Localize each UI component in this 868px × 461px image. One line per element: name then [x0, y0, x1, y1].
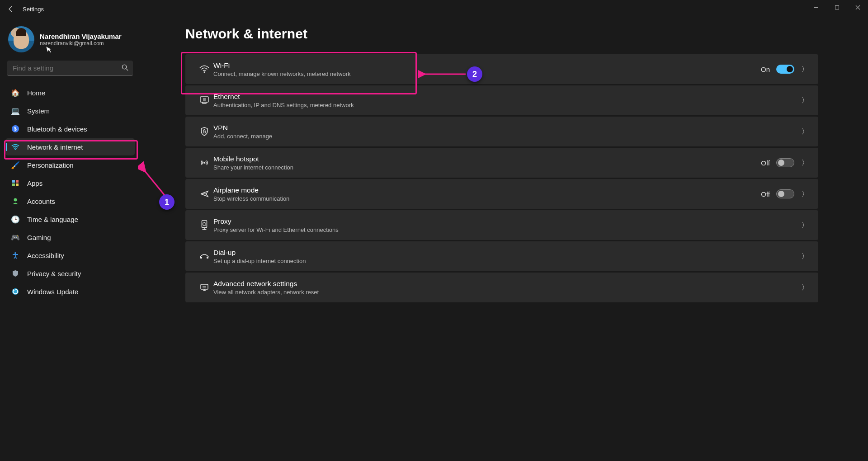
- nav-label: Home: [27, 89, 45, 97]
- svg-rect-8: [12, 183, 15, 186]
- row-ethernet[interactable]: EthernetAuthentication, IP and DNS setti…: [185, 85, 818, 115]
- chevron-right-icon: 〉: [802, 283, 808, 292]
- nav-label: Gaming: [27, 234, 51, 241]
- row-subtitle: Connect, manage known networks, metered …: [213, 71, 761, 77]
- wifi-toggle[interactable]: [776, 65, 794, 74]
- nav-label: Personalization: [27, 161, 74, 169]
- windows-update-icon: [11, 287, 20, 296]
- window-title: Settings: [23, 6, 44, 13]
- nav-time[interactable]: 🕒Time & language: [5, 211, 135, 228]
- chevron-right-icon: 〉: [802, 252, 808, 261]
- nav-label: System: [27, 107, 50, 115]
- nav-network[interactable]: Network & internet: [5, 138, 135, 155]
- nav-bluetooth[interactable]: Bluetooth & devices: [5, 120, 135, 137]
- dialup-icon: [195, 253, 213, 260]
- row-title: Wi-Fi: [213, 61, 761, 70]
- svg-rect-25: [200, 257, 202, 259]
- chevron-right-icon: 〉: [802, 190, 808, 198]
- nav-label: Accounts: [27, 198, 55, 205]
- hotspot-toggle[interactable]: [776, 158, 794, 167]
- row-title: Airplane mode: [213, 186, 761, 194]
- accounts-icon: [11, 197, 20, 206]
- row-vpn[interactable]: VPNAdd, connect, manage 〉: [185, 117, 818, 146]
- wifi-state: On: [761, 66, 770, 73]
- row-hotspot[interactable]: Mobile hotspotShare your internet connec…: [185, 148, 818, 178]
- nav-apps[interactable]: Apps: [5, 174, 135, 192]
- time-language-icon: 🕒: [11, 215, 20, 224]
- row-subtitle: Stop wireless communication: [213, 195, 761, 202]
- row-subtitle: Proxy server for Wi-Fi and Ethernet conn…: [213, 226, 801, 233]
- bluetooth-icon: [11, 124, 20, 133]
- row-dialup[interactable]: Dial-upSet up a dial-up internet connect…: [185, 241, 818, 271]
- user-name: Narendhiran Vijayakumar: [40, 33, 122, 40]
- close-button[interactable]: [847, 0, 868, 14]
- row-title: VPN: [213, 124, 801, 132]
- svg-rect-9: [16, 183, 19, 186]
- nav-accounts[interactable]: Accounts: [5, 193, 135, 210]
- nav-gaming[interactable]: 🎮Gaming: [5, 229, 135, 246]
- svg-rect-15: [203, 102, 206, 103]
- nav-label: Privacy & security: [27, 270, 81, 278]
- row-subtitle: View all network adapters, network reset: [213, 289, 801, 296]
- row-title: Proxy: [213, 217, 801, 226]
- nav-label: Windows Update: [27, 288, 78, 296]
- row-title: Mobile hotspot: [213, 155, 761, 163]
- network-icon: [11, 142, 20, 151]
- privacy-icon: [11, 269, 20, 278]
- nav-privacy[interactable]: Privacy & security: [5, 265, 135, 282]
- svg-point-10: [14, 198, 17, 202]
- svg-rect-6: [12, 180, 15, 183]
- nav-update[interactable]: Windows Update: [5, 283, 135, 300]
- airplane-icon: [195, 189, 213, 198]
- accessibility-icon: [11, 251, 20, 260]
- vpn-icon: [195, 127, 213, 136]
- row-proxy[interactable]: ProxyProxy server for Wi-Fi and Ethernet…: [185, 210, 818, 240]
- chevron-right-icon: 〉: [802, 127, 808, 136]
- chevron-right-icon: 〉: [802, 96, 808, 105]
- row-subtitle: Add, connect, manage: [213, 133, 801, 140]
- home-icon: 🏠: [11, 88, 20, 97]
- airplane-toggle[interactable]: [776, 189, 794, 198]
- hotspot-state: Off: [761, 159, 770, 167]
- svg-point-24: [203, 223, 206, 226]
- nav-label: Apps: [27, 179, 42, 187]
- row-airplane[interactable]: Airplane modeStop wireless communication…: [185, 179, 818, 209]
- row-subtitle: Share your internet connection: [213, 164, 761, 171]
- gaming-icon: 🎮: [11, 233, 20, 242]
- row-title: Ethernet: [213, 93, 801, 101]
- window-controls: [806, 0, 868, 14]
- user-email: narendiranviki@gmail.com: [40, 40, 122, 47]
- svg-point-13: [203, 71, 205, 73]
- search-icon: [122, 64, 128, 72]
- nav-system[interactable]: 💻System: [5, 102, 135, 119]
- nav-personalization[interactable]: 🖌️Personalization: [5, 156, 135, 174]
- wifi-icon: [195, 65, 213, 73]
- row-wifi[interactable]: Wi-FiConnect, manage known networks, met…: [185, 54, 818, 84]
- svg-rect-26: [207, 257, 208, 259]
- row-advanced[interactable]: Advanced network settingsView all networ…: [185, 273, 818, 302]
- svg-point-11: [14, 252, 16, 254]
- search-input[interactable]: [7, 61, 133, 76]
- row-subtitle: Set up a dial-up internet connection: [213, 258, 801, 264]
- avatar: [8, 26, 34, 52]
- svg-point-20: [203, 162, 205, 164]
- svg-point-5: [15, 149, 16, 150]
- back-button[interactable]: [4, 2, 18, 16]
- row-title: Dial-up: [213, 249, 801, 257]
- user-account-card[interactable]: Narendhiran Vijayakumar narendiranviki@g…: [5, 23, 135, 58]
- svg-rect-7: [16, 180, 19, 183]
- nav-home[interactable]: 🏠Home: [5, 84, 135, 101]
- hotspot-icon: [195, 159, 213, 167]
- nav-accessibility[interactable]: Accessibility: [5, 247, 135, 264]
- minimize-button[interactable]: [806, 0, 826, 14]
- svg-rect-21: [202, 221, 207, 227]
- ethernet-icon: [195, 96, 213, 104]
- titlebar: Settings: [0, 0, 868, 18]
- row-subtitle: Authentication, IP and DNS settings, met…: [213, 102, 801, 108]
- svg-rect-1: [835, 5, 839, 9]
- maximize-button[interactable]: [826, 0, 847, 14]
- apps-icon: [11, 179, 20, 188]
- sidebar: Narendhiran Vijayakumar narendiranviki@g…: [0, 18, 140, 461]
- airplane-state: Off: [761, 190, 770, 198]
- nav-label: Accessibility: [27, 252, 64, 259]
